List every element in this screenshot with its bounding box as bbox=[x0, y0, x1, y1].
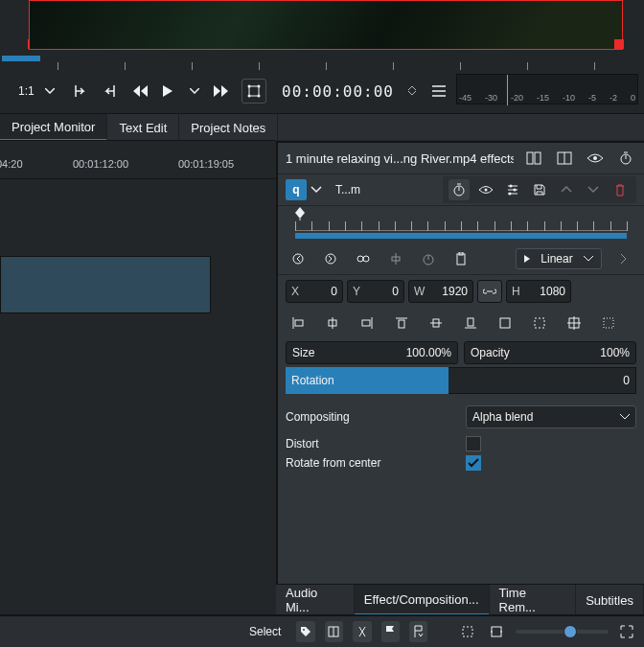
snap-button[interactable] bbox=[459, 621, 477, 642]
compare-icon bbox=[557, 151, 572, 165]
interpolation-select[interactable]: Linear bbox=[516, 248, 602, 269]
tool-select-label[interactable]: Select bbox=[249, 625, 281, 638]
rotation-label: Rotation bbox=[286, 367, 448, 394]
rotate-center-checkbox[interactable] bbox=[466, 455, 481, 471]
hamburger-icon bbox=[432, 85, 446, 97]
kf-copy-button[interactable] bbox=[418, 248, 439, 269]
tab-audio-mixer[interactable]: Audio Mi... bbox=[276, 585, 355, 615]
fit-height-button[interactable] bbox=[564, 312, 585, 334]
play-button[interactable] bbox=[155, 79, 180, 104]
fit-width-button[interactable] bbox=[529, 312, 550, 334]
expand-button[interactable] bbox=[618, 621, 636, 642]
audio-meter[interactable]: -45-30-20-15-10-5-20 bbox=[456, 74, 638, 104]
kf-more-button[interactable] bbox=[613, 248, 634, 269]
timecode-display[interactable]: 00:00:00:00 bbox=[282, 82, 394, 101]
monitor-ticks bbox=[0, 62, 644, 70]
svg-point-52 bbox=[303, 629, 305, 631]
align-left-button[interactable] bbox=[288, 312, 309, 334]
original-size-button[interactable] bbox=[598, 312, 619, 334]
zoom-fit-button[interactable] bbox=[487, 621, 505, 642]
keyframe-ruler bbox=[295, 214, 627, 231]
distort-checkbox[interactable] bbox=[466, 436, 481, 451]
effect-delete-button[interactable] bbox=[610, 179, 631, 200]
svg-point-3 bbox=[248, 95, 251, 98]
rewind-icon bbox=[132, 84, 150, 98]
y-field[interactable]: Y0 bbox=[347, 280, 404, 303]
effect-visible-button[interactable] bbox=[475, 179, 496, 200]
tab-project-notes[interactable]: Project Notes bbox=[179, 114, 278, 141]
kf-paste-button[interactable] bbox=[450, 248, 472, 269]
effect-expand[interactable] bbox=[310, 186, 328, 194]
align-top-icon bbox=[395, 316, 408, 330]
keyframe-toggle-button[interactable] bbox=[448, 179, 470, 200]
audio-clip[interactable] bbox=[0, 256, 211, 313]
transform-row: X0 Y0 W1920 H1080 bbox=[278, 275, 644, 308]
center-icon bbox=[389, 252, 402, 266]
kf-prev-button[interactable] bbox=[288, 248, 309, 269]
w-field[interactable]: W1920 bbox=[408, 280, 473, 303]
play-small-icon bbox=[524, 255, 530, 263]
clipboard-icon bbox=[455, 252, 467, 266]
keyframe-timeline[interactable] bbox=[278, 206, 644, 243]
kf-next-button[interactable] bbox=[353, 248, 374, 269]
flag-down-button[interactable] bbox=[409, 621, 427, 642]
rotation-slider[interactable]: Rotation 0 bbox=[286, 367, 636, 394]
timeline-ruler[interactable]: 04:20 00:01:12:00 00:01:19:05 bbox=[0, 141, 276, 179]
tab-project-monitor[interactable]: Project Monitor bbox=[0, 114, 107, 141]
insert-button[interactable] bbox=[325, 621, 343, 642]
timecode-stepper[interactable] bbox=[400, 79, 425, 104]
video-frame[interactable] bbox=[29, 0, 623, 50]
h-field[interactable]: H1080 bbox=[506, 280, 571, 303]
kf-center-button[interactable] bbox=[385, 248, 406, 269]
tab-time-remap[interactable]: Time Rem... bbox=[490, 585, 577, 615]
align-hcenter-icon bbox=[326, 316, 339, 330]
chevron-down-icon bbox=[190, 88, 199, 94]
save-icon bbox=[533, 183, 546, 196]
eye-icon bbox=[478, 185, 494, 195]
tag-button[interactable] bbox=[296, 621, 314, 642]
align-top-button[interactable] bbox=[391, 312, 412, 334]
status-bar: Select bbox=[0, 614, 644, 647]
compare-button[interactable] bbox=[554, 148, 575, 169]
play-options-button[interactable] bbox=[182, 79, 207, 104]
zoom-slider[interactable] bbox=[516, 630, 609, 634]
overwrite-button[interactable] bbox=[353, 621, 371, 642]
align-right-button[interactable] bbox=[356, 312, 378, 334]
split-view-button[interactable] bbox=[523, 148, 544, 169]
compositing-select[interactable]: Alpha blend bbox=[466, 405, 636, 428]
svg-rect-41 bbox=[399, 320, 404, 328]
zone-in-button[interactable] bbox=[69, 79, 94, 104]
align-vcenter-button[interactable] bbox=[426, 312, 447, 334]
tab-effect-composition[interactable]: Effect/Composition... bbox=[355, 585, 490, 615]
flag-button[interactable] bbox=[381, 621, 400, 642]
scale-selector[interactable]: 1:1 bbox=[12, 79, 61, 104]
effect-settings-button[interactable] bbox=[502, 179, 523, 200]
align-hcenter-button[interactable] bbox=[322, 312, 343, 334]
align-bottom-button[interactable] bbox=[460, 312, 481, 334]
eye-button[interactable] bbox=[585, 148, 606, 169]
tab-text-edit[interactable]: Text Edit bbox=[107, 114, 179, 141]
link-aspect-button[interactable] bbox=[477, 280, 502, 303]
rewind-button[interactable] bbox=[128, 79, 153, 104]
timeline-body[interactable] bbox=[0, 179, 276, 467]
effect-badge[interactable]: q bbox=[286, 179, 307, 200]
stopwatch-button[interactable] bbox=[615, 148, 636, 169]
hamburger-button[interactable] bbox=[426, 79, 451, 104]
tab-subtitles[interactable]: Subtitles bbox=[576, 585, 644, 615]
align-vcenter-icon bbox=[429, 316, 443, 330]
zone-out-button[interactable] bbox=[96, 79, 121, 104]
transport-bar: 1:1 00:00:00:00 bbox=[0, 74, 644, 108]
fit-button[interactable] bbox=[242, 79, 266, 104]
zoom-handle[interactable] bbox=[564, 625, 577, 638]
size-field[interactable]: Size100.00% bbox=[286, 341, 458, 364]
move-down-button[interactable] bbox=[583, 179, 604, 200]
forward-button[interactable] bbox=[209, 79, 234, 104]
effect-save-button[interactable] bbox=[529, 179, 550, 200]
opacity-field[interactable]: Opacity100% bbox=[464, 341, 636, 364]
x-field[interactable]: X0 bbox=[286, 280, 343, 303]
kf-add-button[interactable] bbox=[320, 248, 341, 269]
fit-size-button[interactable] bbox=[494, 312, 516, 334]
monitor-ruler[interactable] bbox=[0, 53, 644, 72]
move-up-button[interactable] bbox=[556, 179, 577, 200]
keyframe-playhead[interactable] bbox=[294, 207, 306, 220]
